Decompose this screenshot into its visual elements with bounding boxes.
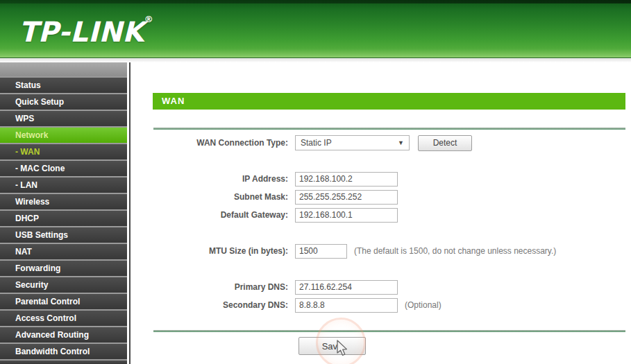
default-gateway-label: Default Gateway:: [131, 210, 288, 220]
sidebar-item-quick-setup[interactable]: Quick Setup: [0, 94, 127, 110]
header-banner: TP-LINK®: [0, 0, 631, 58]
sidebar-item-advanced-routing[interactable]: Advanced Routing: [0, 327, 127, 343]
default-gateway-row: Default Gateway:: [131, 207, 398, 223]
default-gateway-field[interactable]: [295, 208, 398, 223]
wan-connection-type-label: WAN Connection Type:: [131, 138, 288, 148]
secondary-dns-hint: (Optional): [405, 300, 441, 310]
ip-address-label: IP Address:: [131, 174, 288, 184]
page-title: WAN: [153, 93, 625, 110]
save-button[interactable]: Save: [298, 337, 366, 355]
detect-button[interactable]: Detect: [418, 135, 472, 151]
chevron-down-icon: ▼: [398, 139, 404, 146]
sidebar-item-access-control[interactable]: Access Control: [0, 311, 127, 326]
sidebar-item-partial: [0, 361, 127, 364]
sidebar-item-usb-settings[interactable]: USB Settings: [0, 227, 127, 243]
wan-connection-type-value: Static IP: [301, 138, 332, 148]
sidebar-item-network[interactable]: Network: [0, 128, 127, 143]
tplink-logo: TP-LINK®: [19, 14, 153, 48]
secondary-dns-label: Secondary DNS:: [131, 300, 288, 310]
sidebar-item-wireless[interactable]: Wireless: [0, 194, 127, 209]
sidebar-item-nat[interactable]: NAT: [0, 244, 127, 259]
sidebar-item-mac-clone[interactable]: - MAC Clone: [0, 161, 127, 176]
logo-text: TP-LINK: [19, 16, 144, 48]
wan-connection-type-row: WAN Connection Type: Static IP ▼ Detect: [131, 135, 472, 151]
sidebar-item-wps[interactable]: WPS: [0, 111, 127, 126]
bottom-separator: [153, 330, 625, 332]
sidebar-item-security[interactable]: Security: [0, 277, 127, 293]
ip-address-field[interactable]: [295, 172, 398, 187]
mtu-field[interactable]: [295, 244, 347, 259]
top-separator: [153, 128, 625, 130]
mtu-hint: (The default is 1500, do not change unle…: [354, 246, 556, 256]
primary-dns-field[interactable]: [295, 280, 398, 295]
ip-address-row: IP Address:: [131, 171, 398, 187]
registered-mark: ®: [144, 14, 154, 24]
sidebar-top-block: [0, 62, 127, 76]
header-top-strip: [0, 0, 631, 3]
secondary-dns-row: Secondary DNS: (Optional): [131, 297, 441, 313]
sidebar-item-wan[interactable]: - WAN: [0, 144, 127, 159]
subnet-mask-row: Subnet Mask:: [131, 189, 398, 205]
main-content: WAN WAN Connection Type: Static IP ▼ Det…: [131, 62, 631, 364]
sidebar-menu: Status Quick Setup WPS Network - WAN - M…: [0, 62, 127, 364]
subnet-mask-label: Subnet Mask:: [131, 192, 288, 202]
wan-connection-type-select[interactable]: Static IP ▼: [295, 135, 410, 150]
sidebar-item-status[interactable]: Status: [0, 78, 127, 93]
secondary-dns-field[interactable]: [295, 298, 398, 313]
sidebar-item-forwarding[interactable]: Forwarding: [0, 261, 127, 276]
subnet-mask-field[interactable]: [295, 190, 398, 205]
sidebar-item-dhcp[interactable]: DHCP: [0, 211, 127, 226]
mtu-row: MTU Size (in bytes): (The default is 150…: [131, 243, 556, 259]
primary-dns-row: Primary DNS:: [131, 279, 398, 295]
sidebar-item-parental-control[interactable]: Parental Control: [0, 294, 127, 309]
primary-dns-label: Primary DNS:: [131, 282, 288, 292]
sidebar-item-bandwidth-control[interactable]: Bandwidth Control: [0, 344, 127, 359]
sidebar-item-lan[interactable]: - LAN: [0, 177, 127, 193]
mtu-label: MTU Size (in bytes):: [131, 246, 288, 256]
